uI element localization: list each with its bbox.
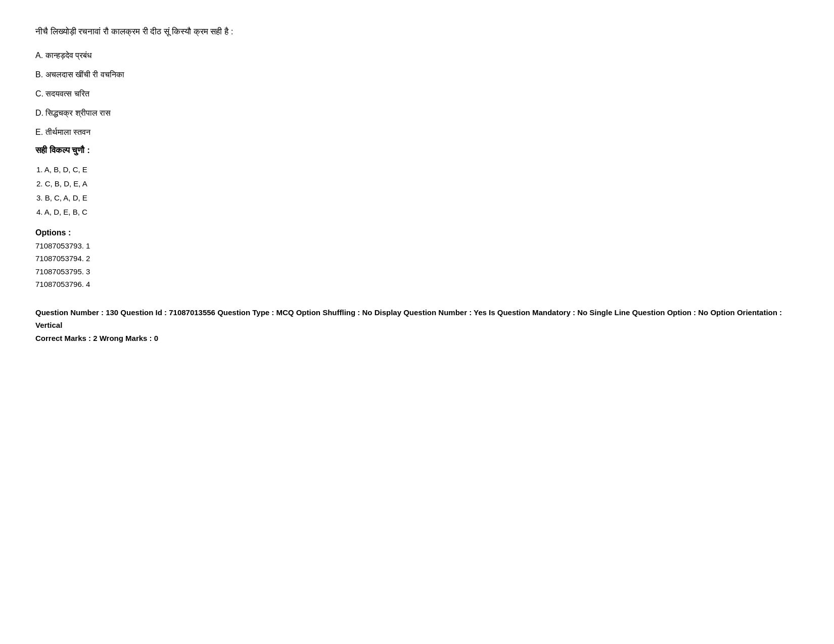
option-line-2: 71087053794. 2	[35, 252, 799, 265]
option-e: E. तीर्थमाला स्तवन	[35, 126, 799, 138]
option-line-1: 71087053793. 1	[35, 239, 799, 253]
answer-1: 1. A, B, D, C, E	[36, 164, 799, 176]
metadata-line1: Question Number : 130 Question Id : 7108…	[35, 306, 799, 332]
metadata-line2: Correct Marks : 2 Wrong Marks : 0	[35, 332, 799, 345]
question-text: नीचै लिख्योड़ी रचनावां रौ कालक्रम री दीठ…	[35, 25, 799, 38]
options-header: Options :	[35, 228, 799, 237]
answer-2: 2. C, B, D, E, A	[36, 178, 799, 190]
question-options: A. कान्हड़देव प्रबंध B. अचलदास खींची री …	[35, 49, 799, 138]
option-b: B. अचलदास खींची री वचनिका	[35, 69, 799, 81]
option-c: C. सदयवत्स चरित	[35, 88, 799, 100]
options-section: Options : 71087053793. 1 71087053794. 2 …	[35, 228, 799, 291]
answer-3: 3. B, C, A, D, E	[36, 192, 799, 204]
select-label: सही विकल्प चुणौ :	[35, 145, 799, 156]
option-line-4: 71087053796. 4	[35, 278, 799, 291]
option-line-3: 71087053795. 3	[35, 265, 799, 278]
option-a: A. कान्हड़देव प्रबंध	[35, 49, 799, 62]
answer-4: 4. A, D, E, B, C	[36, 206, 799, 218]
metadata-section: Question Number : 130 Question Id : 7108…	[35, 306, 799, 345]
option-d: D. सिद्धचक्र श्रीपाल रास	[35, 107, 799, 119]
answer-choices: 1. A, B, D, C, E 2. C, B, D, E, A 3. B, …	[35, 164, 799, 218]
